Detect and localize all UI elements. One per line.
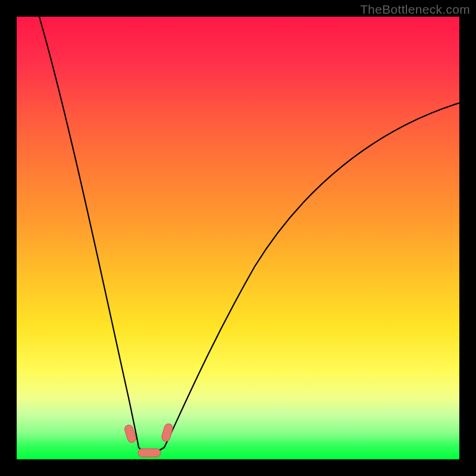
svg-rect-2 bbox=[161, 423, 174, 443]
plot-area bbox=[17, 17, 459, 459]
svg-rect-1 bbox=[138, 449, 161, 457]
chart-frame: TheBottleneck.com bbox=[0, 0, 476, 476]
curve-layer bbox=[17, 17, 459, 459]
curve-right-branch bbox=[164, 103, 459, 447]
curve-left-branch bbox=[39, 17, 139, 447]
marker-valley-right bbox=[161, 423, 174, 443]
marker-valley-floor bbox=[138, 449, 161, 457]
watermark-text: TheBottleneck.com bbox=[360, 2, 470, 17]
